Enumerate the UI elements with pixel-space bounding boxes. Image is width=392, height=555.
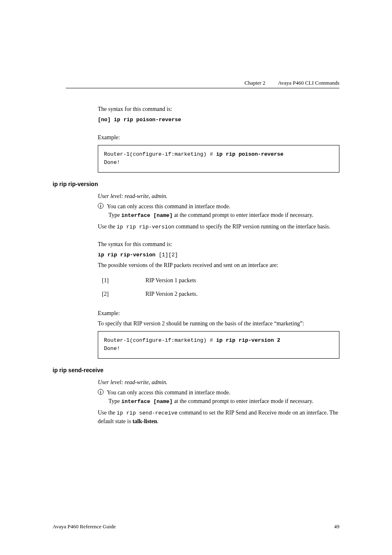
chapter-title: Avaya P460 CLI Commands [278, 80, 339, 86]
desc-2b: command to specify the RIP version runni… [174, 223, 330, 230]
table-row: [1] RIP Version 1 packets [100, 274, 198, 287]
syntax-intro-2: The syntax for this command is: [98, 240, 339, 249]
code-result-1: Done! [104, 159, 120, 166]
heading-send-receive: ip rip send-receive [53, 366, 339, 375]
note-line2b-2: interface [name] [121, 212, 173, 219]
desc-3-cmd: ip rip send-receive [117, 410, 178, 416]
header-rule [66, 88, 339, 88]
syntax-intro-1: The syntax for this command is: [98, 105, 339, 113]
version-key-1: [1] [100, 274, 145, 287]
versions-table: [1] RIP Version 1 packets [2] RIP Versio… [100, 274, 198, 301]
footer-page-number: 49 [334, 523, 339, 531]
example-desc-2: To specify that RIP version 2 should be … [98, 319, 339, 328]
example-label-2: Example: [98, 309, 339, 318]
desc-2-cmd: ip rip rip-version [117, 224, 174, 230]
syntax-command-1: [no] ip rip poison-reverse [98, 117, 181, 123]
note-line2b-3: interface [name] [121, 398, 173, 405]
note-block-3: i You can only access this command in in… [98, 388, 339, 406]
desc-3a: Use the [98, 410, 117, 416]
desc-3: Use the ip rip send-receive command to s… [98, 408, 339, 426]
desc-2a: Use the [98, 223, 117, 230]
version-key-2: [2] [100, 287, 145, 301]
page-footer: Avaya P460 Reference Guide 49 [53, 523, 339, 531]
info-icon: i [98, 389, 104, 395]
code-prompt-1: Router-1(configure-if:marketing) # [104, 151, 216, 157]
example-label-1: Example: [98, 133, 339, 142]
syntax-args-2: [1][2] [155, 252, 178, 258]
note-line1-3: You can only access this command in inte… [107, 388, 231, 397]
code-box-1: Router-1(configure-if:marketing) # ip ri… [98, 145, 339, 173]
note-block-2: i You can only access this command in in… [98, 202, 339, 220]
note-line2a-3: Type [108, 398, 121, 404]
desc-3-bold: talk-listen [132, 418, 157, 424]
code-cmd-1: ip rip poison-reverse [216, 151, 284, 157]
heading-rip-version: ip rip rip-version [53, 180, 339, 189]
note-line2c-2: at the command prompt to enter interface… [173, 212, 313, 218]
note-line2a-2: Type [108, 212, 121, 218]
footer-left: Avaya P460 Reference Guide [53, 523, 116, 530]
desc-3c: . [157, 418, 159, 424]
code-box-2: Router-1(configure-if:marketing) # ip ri… [98, 331, 339, 359]
versions-intro: The possible versions of the RIP packets… [98, 261, 339, 269]
user-level-2: User level: read-write, admin. [98, 192, 339, 200]
version-desc-2: RIP Version 2 packets. [145, 287, 198, 301]
code-cmd-2: ip rip rip-version 2 [216, 337, 280, 343]
note-line1-2: You can only access this command in inte… [107, 202, 231, 211]
table-row: [2] RIP Version 2 packets. [100, 287, 198, 301]
note-line2c-3: at the command prompt to enter interface… [173, 398, 313, 404]
version-desc-1: RIP Version 1 packets [145, 274, 198, 287]
chapter-number: Chapter 2 [244, 80, 265, 86]
chapter-header: Chapter 2 Avaya P460 CLI Commands [244, 79, 339, 87]
syntax-cmd-2: ip rip rip-version [98, 252, 155, 258]
user-level-3: User level: read-write, admin. [98, 378, 339, 387]
code-result-2: Done! [104, 345, 120, 352]
info-icon: i [98, 203, 104, 209]
desc-2: Use the ip rip rip-version command to sp… [98, 222, 339, 231]
code-prompt-2: Router-1(configure-if:marketing) # [104, 337, 216, 343]
